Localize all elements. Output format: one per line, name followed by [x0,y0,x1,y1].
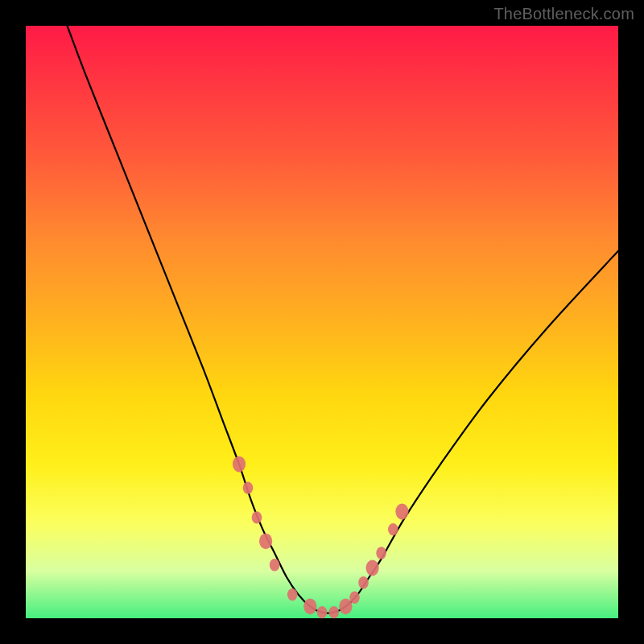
marker-dot [349,592,360,604]
plot-area [26,26,618,618]
marker-dot [317,606,328,618]
marker-group [233,456,409,619]
marker-dot [252,511,262,523]
marker-dot [358,576,369,588]
marker-dot [395,504,408,520]
marker-dot [328,606,339,618]
marker-dot [243,481,254,493]
marker-dot [287,588,298,601]
chart-frame: TheBottleneck.com [0,0,644,644]
marker-dot [376,547,386,559]
marker-dot [303,598,316,614]
watermark-text: TheBottleneck.com [493,5,634,23]
marker-dot [388,523,398,535]
chart-svg [26,26,618,618]
marker-dot [366,560,379,576]
marker-dot [270,559,280,571]
marker-dot [259,533,272,549]
marker-dot [339,598,352,614]
marker-dot [233,456,246,473]
bottleneck-curve [68,26,619,613]
